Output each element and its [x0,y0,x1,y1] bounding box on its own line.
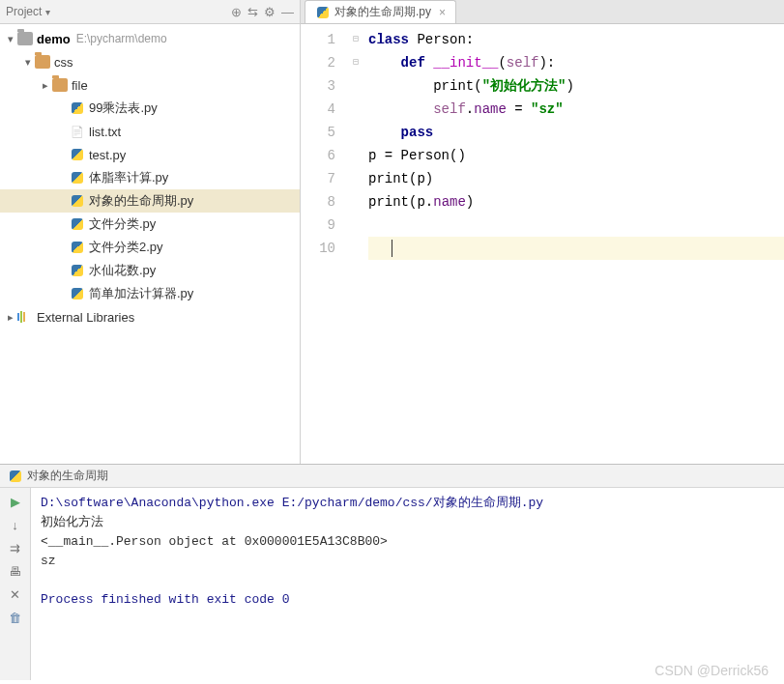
root-name: demo [37,32,71,46]
folder-label: css [54,55,73,70]
folder-icon [17,32,33,45]
editor-area: 对象的生命周期.py × 12345678910 ⊟⊟ class Person… [301,0,784,464]
text-cursor [392,240,392,257]
tree-folder-file[interactable]: file [0,73,300,97]
python-file-icon [70,101,85,115]
close-icon[interactable]: × [439,6,446,19]
collapse-icon[interactable]: ⇆ [247,5,258,19]
tree-file[interactable]: 文件分类.py [0,213,300,236]
tree-folder-css[interactable]: css [0,50,300,73]
expand-icon[interactable] [21,56,35,69]
python-file-icon [70,217,85,231]
python-file-icon [8,470,23,483]
trash-button[interactable]: 🗑 [6,608,25,627]
console-command: D:\software\Anaconda\python.exe E:/pycha… [41,496,543,510]
python-file-icon [70,287,85,300]
tree-file[interactable]: 99乘法表.py [0,97,300,120]
tree-root[interactable]: demo E:\pycharm\demo [0,27,300,50]
tree-file[interactable]: 体脂率计算.py [0,166,300,189]
tab-current-file[interactable]: 对象的生命周期.py × [305,0,456,23]
code-editor[interactable]: 12345678910 ⊟⊟ class Person: def __init_… [301,24,784,464]
close-button[interactable]: ✕ [6,584,25,604]
console-output[interactable]: D:\software\Anaconda\python.exe E:/pycha… [31,488,784,680]
console-line: sz [41,554,56,568]
tree-file[interactable]: test.py [0,143,300,166]
run-panel: 对象的生命周期 ▶ ↓ ⇉ 🖶 ✕ 🗑 D:\software\Anaconda… [0,464,784,680]
python-file-icon [70,148,85,161]
watermark: CSDN @Derrick56 [654,663,769,678]
expand-icon[interactable] [4,33,17,45]
run-toolbar: ▶ ↓ ⇉ 🖶 ✕ 🗑 [0,488,31,680]
root-path: E:\pycharm\demo [76,32,167,45]
python-file-icon [70,264,85,277]
expand-icon[interactable] [4,311,17,324]
tree-file[interactable]: list.txt [0,120,300,143]
fold-column: ⊟⊟ [349,24,363,464]
toggle-button[interactable]: ⇉ [6,538,25,557]
tab-label: 对象的生命周期.py [334,4,431,20]
project-tree: demo E:\pycharm\demo css file 99乘法表.py l… [0,24,300,331]
run-tab-label: 对象的生命周期 [27,468,108,484]
tree-external-libs[interactable]: External Libraries [0,305,300,328]
project-sidebar: Project ▾ ⊕ ⇆ ⚙ — demo E:\pycharm\demo c… [0,0,301,464]
folder-label: file [72,78,88,93]
print-button[interactable]: 🖶 [6,561,25,581]
tree-file[interactable]: 简单加法计算器.py [0,282,300,305]
python-file-icon [70,171,85,185]
rerun-button[interactable]: ▶ [6,492,25,511]
gear-icon[interactable]: ⚙ [264,5,276,19]
sidebar-header: Project ▾ ⊕ ⇆ ⚙ — [0,0,300,24]
external-label: External Libraries [37,310,134,325]
python-file-icon [70,241,85,254]
chevron-down-icon[interactable]: ▾ [45,7,50,17]
console-line: 初始化方法 [41,515,103,529]
hide-icon[interactable]: — [281,5,294,19]
libraries-icon [17,310,33,324]
target-icon[interactable]: ⊕ [231,5,242,19]
tree-file-current[interactable]: 对象的生命周期.py [0,189,300,213]
expand-icon[interactable] [39,79,52,92]
editor-tabs: 对象的生命周期.py × [301,0,784,24]
folder-icon [35,55,50,69]
console-exit: Process finished with exit code 0 [41,592,289,607]
python-file-icon [70,194,85,208]
python-file-icon [315,6,331,19]
run-tab-header[interactable]: 对象的生命周期 [0,465,784,488]
tree-file[interactable]: 文件分类2.py [0,236,300,259]
text-file-icon [70,125,85,138]
folder-icon [52,78,68,92]
line-gutter: 12345678910 [301,24,349,464]
code-content[interactable]: class Person: def __init__(self): print(… [363,24,784,464]
tree-file[interactable]: 水仙花数.py [0,259,300,282]
console-line: <__main__.Person object at 0x000001E5A13… [41,534,388,549]
sidebar-title: Project [6,5,42,18]
stop-button[interactable]: ↓ [6,515,25,534]
